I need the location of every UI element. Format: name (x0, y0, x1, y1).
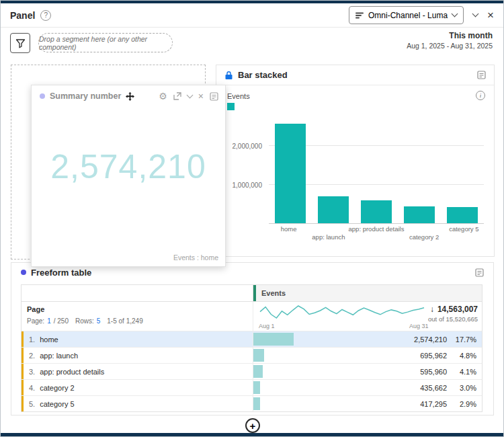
move-cursor-icon (126, 92, 134, 101)
row-index: 3. (29, 368, 35, 376)
note-icon[interactable] (210, 92, 218, 101)
page-title: Panel (10, 10, 35, 21)
close-icon: × (487, 9, 494, 21)
date-range-selector[interactable]: This month Aug 1, 2025 - Aug 31, 2025 (407, 31, 493, 50)
table-row[interactable]: 5.category 5417,2952.9% (22, 395, 482, 411)
bar-series (269, 108, 484, 223)
note-icon[interactable] (477, 71, 486, 79)
row-value-bar (253, 381, 260, 394)
dimension-subheader-cell: Page Page: 1 / 250 Rows: 5 1-5 of 1,249 (22, 302, 253, 331)
row-name[interactable]: app: product details (40, 368, 104, 376)
popout-icon[interactable] (173, 92, 181, 100)
row-color-strip (22, 348, 24, 363)
close-panel-button[interactable]: × (487, 9, 494, 21)
row-index: 2. (29, 352, 35, 360)
column-total-value: 14,563,007 (437, 305, 478, 314)
bar-chart-x-axis-labels: homeapp: launchapp: product detailscateg… (269, 225, 484, 233)
row-percent: 3.0% (460, 384, 476, 392)
analytics-panel: Panel ? Omni-Channel - Luma × Drop a seg… (0, 0, 504, 437)
filter-funnel-icon (15, 38, 26, 48)
row-value: 695,962 (420, 352, 447, 360)
row-value-bar (253, 365, 263, 378)
close-icon[interactable]: × (198, 91, 204, 101)
x-axis-label: category 5 (444, 225, 484, 233)
row-metric-cell[interactable]: 2,574,21017.7% (253, 331, 482, 347)
y-axis-tick-label: 1,000,000 (233, 181, 263, 188)
summary-number-value: 2,574,210 (32, 147, 225, 186)
row-metric-cell[interactable]: 435,6623.0% (253, 380, 482, 395)
column-totals: ↓ 14,563,007 out of 15,520,665 (428, 305, 478, 323)
row-index: 5. (29, 400, 35, 408)
row-dimension-cell[interactable]: 3.app: product details (22, 364, 253, 379)
chevron-down-icon[interactable] (186, 91, 193, 98)
table-body: 1.home2,574,21017.7%2.app: launch695,962… (22, 331, 482, 411)
note-icon[interactable] (475, 268, 484, 277)
row-metric-cell[interactable]: 595,9604.1% (253, 364, 482, 379)
bar-stacked-widget: Bar stacked Events i 1,000,0002,000,000 … (216, 65, 495, 257)
rows-value-link[interactable]: 5 (97, 317, 101, 325)
row-metric-cell[interactable]: 695,9624.8% (253, 348, 482, 363)
bar-home[interactable] (275, 124, 306, 223)
row-percent: 2.9% (460, 400, 476, 408)
sort-descending-icon[interactable]: ↓ (430, 305, 434, 314)
freeform-table-widget: Freeform table Events Page Page: 1 / 250 (11, 262, 494, 415)
row-name[interactable]: category 5 (40, 400, 74, 408)
legend-color-chip (227, 103, 235, 110)
row-dimension-cell[interactable]: 2.app: launch (22, 348, 253, 363)
row-value: 435,662 (420, 384, 447, 392)
dimension-name[interactable]: Page (27, 305, 247, 313)
summary-number-widget[interactable]: Summary number ⚙ × 2,574,210 Events : ho… (31, 85, 226, 267)
date-range-value: Aug 1, 2025 - Aug 31, 2025 (407, 42, 493, 50)
info-icon[interactable]: i (476, 91, 485, 100)
widget-color-dot (40, 93, 45, 99)
row-color-strip (22, 396, 24, 411)
summary-number-header: Summary number ⚙ × (32, 85, 225, 101)
row-dimension-cell[interactable]: 4.category 2 (22, 380, 253, 395)
row-value: 595,960 (420, 368, 447, 376)
row-value: 417,295 (420, 400, 447, 408)
freeform-table: Events Page Page: 1 / 250 Rows: 5 1-5 of… (21, 284, 482, 412)
row-name[interactable]: category 2 (40, 384, 74, 392)
segment-drop-zone[interactable]: Drop a segment here (or any other compon… (38, 33, 173, 52)
row-dimension-cell[interactable]: 1.home (22, 331, 253, 347)
table-row[interactable]: 2.app: launch695,9624.8% (22, 347, 482, 363)
table-row[interactable]: 1.home2,574,21017.7% (22, 331, 482, 347)
row-dimension-cell[interactable]: 5.category 5 (22, 396, 253, 411)
metric-header-cell[interactable]: Events (253, 285, 482, 301)
sparkline-end-label: Aug 31 (409, 323, 429, 329)
metric-subheader-cell: Aug 1 Aug 31 ↓ 14,563,007 out of 15,520,… (253, 302, 482, 331)
bar-app-product-details[interactable] (361, 200, 392, 223)
row-value-bar (253, 349, 264, 362)
sparkline-start-label: Aug 1 (259, 323, 275, 329)
dimension-header-cell (22, 285, 253, 301)
chart-legend[interactable]: Events (227, 92, 250, 110)
row-metric-cell[interactable]: 417,2952.9% (253, 396, 482, 411)
row-name[interactable]: app: launch (40, 352, 78, 360)
bar-app-launch[interactable] (318, 196, 349, 223)
row-name[interactable]: home (40, 335, 58, 344)
row-percent: 4.8% (460, 352, 476, 360)
row-percent: 17.7% (456, 335, 476, 344)
bar-category-5[interactable] (447, 207, 478, 223)
row-index: 4. (29, 384, 35, 392)
panel-segment-dropdown[interactable]: Omni-Channel - Luma (349, 6, 464, 24)
collapse-panel-button[interactable] (473, 14, 478, 16)
column-total-subtext: out of 15,520,665 (428, 315, 478, 323)
add-panel-button[interactable]: + (245, 418, 260, 433)
rows-range: 1-5 of 1,249 (107, 317, 142, 325)
row-index: 1. (29, 335, 35, 344)
page-current-link[interactable]: 1 (47, 317, 51, 325)
table-row[interactable]: 4.category 2435,6623.0% (22, 379, 482, 395)
table-subheader-row: Page Page: 1 / 250 Rows: 5 1-5 of 1,249 … (22, 301, 482, 331)
x-axis-label: app: launch (308, 233, 348, 241)
segment-filter-button[interactable] (10, 33, 30, 53)
page-label: Page: (27, 317, 44, 325)
bar-chart-plot-area: 1,000,0002,000,000 (269, 108, 484, 224)
help-icon[interactable]: ? (40, 10, 51, 21)
x-axis-label: category 2 (404, 233, 444, 241)
gear-icon[interactable]: ⚙ (159, 91, 167, 101)
page-total: / 250 (54, 317, 69, 325)
table-row[interactable]: 3.app: product details595,9604.1% (22, 363, 482, 379)
bar-category-2[interactable] (404, 206, 435, 223)
table-header-row: Events (22, 285, 482, 301)
